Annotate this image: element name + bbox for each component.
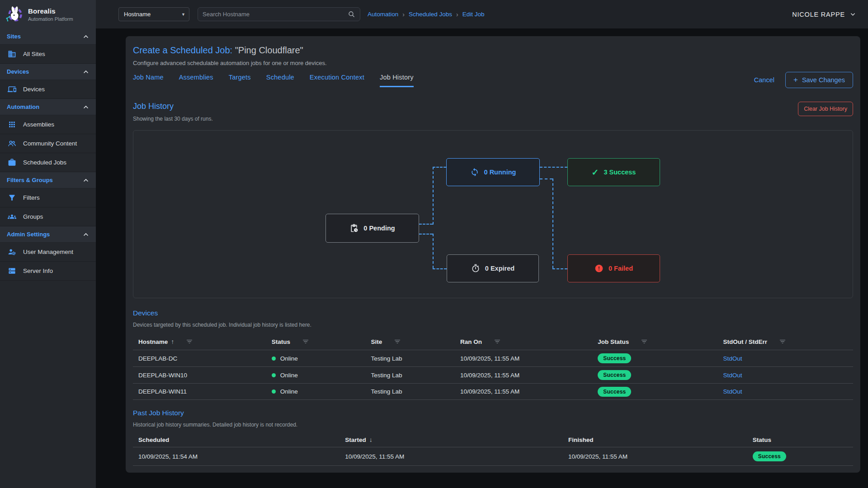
sidebar-section-label: Automation bbox=[7, 103, 39, 110]
user-name: NICOLE RAPPE bbox=[792, 11, 845, 18]
cancel-button[interactable]: Cancel bbox=[754, 76, 774, 84]
chevron-up-icon bbox=[82, 68, 90, 75]
sidebar-section-automation[interactable]: Automation bbox=[0, 99, 96, 115]
sidebar-item-label: Devices bbox=[23, 86, 45, 93]
top-bar: Borealis Automation Platform Hostname ▼ … bbox=[0, 0, 868, 28]
save-changes-button[interactable]: + Save Changes bbox=[785, 72, 853, 88]
chevron-up-icon bbox=[82, 33, 90, 40]
sidebar-item-user-management[interactable]: User Management bbox=[0, 243, 96, 262]
hostname-select[interactable]: Hostname ▼ bbox=[118, 7, 189, 21]
table-row: DEEPLAB-DC Online Testing Lab 10/09/2025… bbox=[133, 350, 853, 366]
caret-down-icon: ▼ bbox=[181, 12, 185, 17]
column-header-hostname[interactable]: Hostname ↑ bbox=[133, 338, 266, 345]
tabs-row: Job Name Assemblies Targets Schedule Exe… bbox=[133, 74, 853, 91]
breadcrumb-separator-icon: › bbox=[402, 11, 405, 18]
tab-assemblies[interactable]: Assemblies bbox=[179, 74, 213, 87]
tab-execution-context[interactable]: Execution Context bbox=[310, 74, 364, 87]
sync-icon bbox=[470, 168, 479, 177]
sidebar-item-devices[interactable]: Devices bbox=[0, 80, 96, 99]
sidebar-section-admin-settings[interactable]: Admin Settings bbox=[0, 226, 96, 243]
column-header-stdout-stderr[interactable]: StdOut / StdErr bbox=[717, 338, 853, 345]
sidebar-item-filters[interactable]: Filters bbox=[0, 188, 96, 207]
breadcrumb-separator-icon: › bbox=[456, 11, 458, 18]
user-menu[interactable]: NICOLE RAPPE bbox=[792, 11, 856, 18]
filter-funnel-icon bbox=[8, 193, 16, 202]
sidebar-section-label: Admin Settings bbox=[7, 231, 50, 238]
flow-connector bbox=[419, 224, 433, 225]
tab-targets[interactable]: Targets bbox=[229, 74, 251, 87]
sidebar-section-devices[interactable]: Devices bbox=[0, 64, 96, 80]
cell-finished: 10/09/2025, 11:55 AM bbox=[563, 453, 747, 460]
status-badge: Success bbox=[753, 451, 786, 461]
search-box bbox=[198, 7, 360, 21]
breadcrumb-scheduled-jobs[interactable]: Scheduled Jobs bbox=[409, 11, 452, 18]
search-input[interactable] bbox=[203, 11, 348, 18]
flow-connector bbox=[540, 167, 567, 168]
column-header-site[interactable]: Site bbox=[366, 338, 455, 345]
tab-schedule[interactable]: Schedule bbox=[266, 74, 294, 87]
sidebar-section-label: Filters & Groups bbox=[7, 177, 53, 183]
pending-clipboard-icon bbox=[349, 224, 359, 233]
header-actions: Cancel + Save Changes bbox=[754, 72, 853, 88]
cell-ran-on: 10/09/2025, 11:55 AM bbox=[455, 355, 592, 362]
sidebar-item-server-info[interactable]: Server Info bbox=[0, 262, 96, 281]
column-header-job-status[interactable]: Job Status bbox=[592, 338, 717, 345]
cell-hostname: DEEPLAB-WIN11 bbox=[133, 388, 266, 395]
flow-node-expired: 0 Expired bbox=[447, 254, 539, 282]
clear-job-history-button[interactable]: Clear Job History bbox=[798, 102, 853, 116]
apps-grid-icon bbox=[8, 120, 16, 129]
column-header-status[interactable]: Status bbox=[266, 338, 366, 345]
filter-list-icon[interactable] bbox=[494, 338, 501, 345]
stdout-link[interactable]: StdOut bbox=[723, 372, 742, 379]
sidebar-section-label: Devices bbox=[7, 68, 29, 75]
online-status-dot bbox=[272, 357, 276, 361]
brand-name: Borealis bbox=[28, 7, 73, 15]
sidebar-section-filters-groups[interactable]: Filters & Groups bbox=[0, 172, 96, 188]
filter-list-icon[interactable] bbox=[641, 338, 648, 345]
column-header-finished[interactable]: Finished bbox=[563, 436, 747, 443]
flow-connector bbox=[540, 178, 552, 179]
stdout-link[interactable]: StdOut bbox=[723, 388, 742, 395]
cell-stdout: StdOut bbox=[717, 355, 853, 362]
breadcrumb-automation[interactable]: Automation bbox=[368, 11, 398, 18]
user-gear-icon bbox=[8, 248, 16, 256]
column-header-ran-on[interactable]: Ran On bbox=[455, 338, 592, 345]
sidebar-item-label: Scheduled Jobs bbox=[23, 159, 66, 166]
server-icon bbox=[8, 267, 16, 275]
sidebar-item-community-content[interactable]: Community Content bbox=[0, 134, 96, 153]
search-icon[interactable] bbox=[348, 10, 355, 18]
past-job-history-subheading: Historical job history summaries. Detail… bbox=[133, 422, 853, 428]
cell-site: Testing Lab bbox=[366, 355, 455, 362]
devices-subheading: Devices targeted by this scheduled job. … bbox=[133, 322, 853, 328]
sidebar-item-groups[interactable]: Groups bbox=[0, 207, 96, 226]
cell-status: Online bbox=[266, 372, 366, 379]
cell-job-status: Success bbox=[592, 370, 717, 380]
column-header-started[interactable]: Started ↓ bbox=[340, 436, 563, 443]
sidebar-item-scheduled-jobs[interactable]: Scheduled Jobs bbox=[0, 153, 96, 172]
column-header-status[interactable]: Status bbox=[747, 436, 853, 443]
filter-list-icon[interactable] bbox=[394, 338, 401, 345]
tab-job-name[interactable]: Job Name bbox=[133, 74, 164, 87]
brand-area: Borealis Automation Platform bbox=[0, 0, 96, 28]
stdout-link[interactable]: StdOut bbox=[723, 355, 742, 362]
app-window: Borealis Automation Platform Hostname ▼ … bbox=[0, 0, 868, 488]
briefcase-icon bbox=[8, 158, 16, 167]
flow-node-label: 3 Success bbox=[604, 169, 636, 176]
chevron-up-icon bbox=[82, 231, 90, 238]
column-header-scheduled[interactable]: Scheduled bbox=[133, 436, 340, 443]
sidebar-item-assemblies[interactable]: Assemblies bbox=[0, 115, 96, 134]
job-status-flow-panel: 0 Pending 0 Running ✓ 3 Success 0 Expire… bbox=[133, 130, 853, 298]
devices-table: Hostname ↑ Status Site Ran On Job bbox=[133, 333, 853, 400]
flow-connector bbox=[433, 167, 434, 225]
filter-list-icon[interactable] bbox=[779, 338, 786, 345]
breadcrumb-edit-job[interactable]: Edit Job bbox=[462, 11, 485, 18]
sidebar-section-sites[interactable]: Sites bbox=[0, 28, 96, 45]
cell-ran-on: 10/09/2025, 11:55 AM bbox=[455, 372, 592, 379]
sidebar-item-all-sites[interactable]: All Sites bbox=[0, 45, 96, 64]
filter-list-icon[interactable] bbox=[302, 338, 309, 345]
sidebar-item-label: Community Content bbox=[23, 140, 77, 147]
table-row: DEEPLAB-WIN11 Online Testing Lab 10/09/2… bbox=[133, 383, 853, 400]
sort-descending-icon: ↓ bbox=[369, 436, 373, 443]
tab-job-history[interactable]: Job History bbox=[380, 74, 414, 87]
filter-list-icon[interactable] bbox=[186, 338, 193, 345]
